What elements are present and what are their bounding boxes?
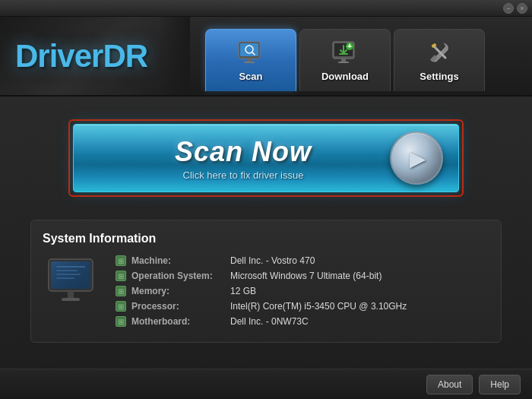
tab-scan[interactable]: Scan xyxy=(205,29,296,91)
svg-rect-25 xyxy=(56,277,74,279)
system-value-1: Microsoft Windows 7 Ultimate (64-bit) xyxy=(230,271,382,281)
scan-button-text: Scan Now Click here to fix driver issue xyxy=(74,136,382,181)
tab-download-label: Download xyxy=(321,71,369,82)
chip-icon-2 xyxy=(115,285,127,297)
system-row: Processor: Intel(R) Core(TM) i5-3450 CPU… xyxy=(115,300,489,312)
tab-scan-label: Scan xyxy=(239,71,262,82)
scan-button-wrapper: Scan Now Click here to fix driver issue xyxy=(68,119,464,197)
arrow-circle-icon xyxy=(390,131,443,185)
scan-now-label: Scan Now xyxy=(175,136,312,168)
system-row: Memory: 12 GB xyxy=(115,285,489,297)
minimize-button[interactable]: − xyxy=(503,3,514,14)
title-bar: − × xyxy=(0,0,532,17)
logo-area: DriverDR xyxy=(0,17,190,95)
tab-settings-label: Settings xyxy=(420,71,458,82)
header: DriverDR S xyxy=(0,17,532,97)
system-info-panel: System Information xyxy=(30,220,502,343)
system-label-1: Operation System: xyxy=(131,271,230,281)
system-label-4: Motherboard: xyxy=(131,316,230,327)
svg-rect-3 xyxy=(244,62,255,63)
svg-rect-24 xyxy=(56,274,81,275)
nav-tabs: Scan xyxy=(190,17,532,95)
svg-rect-27 xyxy=(62,298,80,301)
footer: About Help xyxy=(0,369,532,399)
scan-tab-icon xyxy=(233,39,269,69)
tab-settings[interactable]: Settings xyxy=(394,29,485,91)
main-container: DriverDR S xyxy=(0,17,532,399)
system-info-title: System Information xyxy=(43,232,489,245)
system-label-3: Processor: xyxy=(131,301,230,312)
settings-tab-icon xyxy=(421,39,458,69)
about-label: About xyxy=(438,379,461,390)
system-value-3: Intel(R) Core(TM) i5-3450 CPU @ 3.10GHz xyxy=(230,301,407,312)
scan-subtitle-label: Click here to fix driver issue xyxy=(183,169,304,181)
close-button[interactable]: × xyxy=(517,3,527,14)
scan-arrow xyxy=(382,128,451,188)
chip-icon-1 xyxy=(115,270,127,282)
scan-now-button[interactable]: Scan Now Click here to fix driver issue xyxy=(73,124,459,192)
chip-icon-3 xyxy=(115,300,127,312)
help-button[interactable]: Help xyxy=(479,375,521,394)
system-info-table: Machine: Dell Inc. - Vostro 470 Operatio… xyxy=(115,255,489,331)
svg-rect-26 xyxy=(68,291,74,299)
monitor-icon xyxy=(43,255,103,308)
system-value-0: Dell Inc. - Vostro 470 xyxy=(230,255,315,266)
download-tab-icon xyxy=(327,39,363,69)
system-label-0: Machine: xyxy=(131,255,230,266)
tab-download[interactable]: Download xyxy=(299,29,391,91)
chip-icon-0 xyxy=(115,255,127,267)
system-row: Machine: Dell Inc. - Vostro 470 xyxy=(115,255,489,267)
system-label-2: Memory: xyxy=(131,286,230,296)
system-value-2: 12 GB xyxy=(230,286,256,296)
svg-rect-23 xyxy=(56,270,78,271)
chip-icon-4 xyxy=(115,315,127,328)
system-row: Operation System: Microsoft Windows 7 Ul… xyxy=(115,270,489,282)
svg-rect-22 xyxy=(56,266,85,268)
svg-rect-9 xyxy=(338,62,349,63)
system-row: Motherboard: Dell Inc. - 0NW73C xyxy=(115,315,489,328)
content-area: Scan Now Click here to fix driver issue … xyxy=(0,97,532,369)
app-logo: DriverDR xyxy=(15,38,147,74)
system-info-content: Machine: Dell Inc. - Vostro 470 Operatio… xyxy=(43,255,489,331)
system-value-4: Dell Inc. - 0NW73C xyxy=(230,316,309,327)
about-button[interactable]: About xyxy=(426,375,473,394)
help-label: Help xyxy=(490,379,509,390)
